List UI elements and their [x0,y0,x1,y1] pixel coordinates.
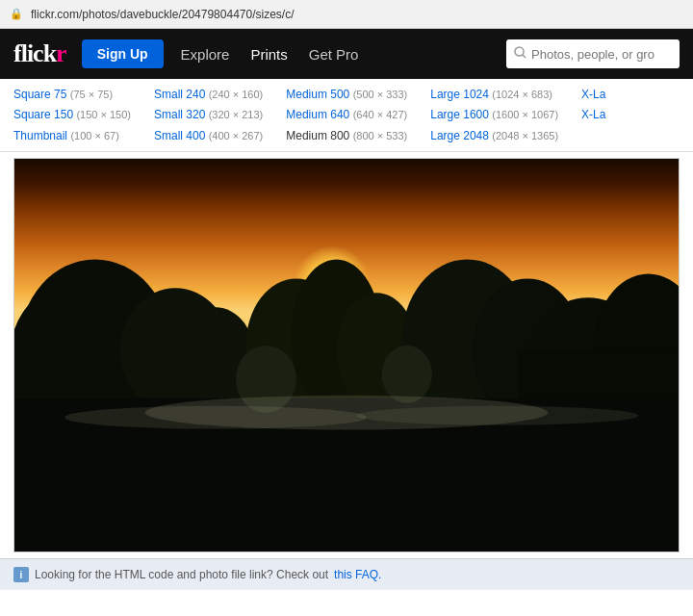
nav-prints[interactable]: Prints [250,46,287,63]
size-large1600[interactable]: Large 1600 (1600 × 1067) [430,105,558,124]
size-medium500[interactable]: Medium 500 (500 × 333) [286,85,407,104]
size-square75[interactable]: Square 75 (75 × 75) [13,85,131,104]
browser-bar: 🔒 flickr.com/photos/davebuckle/204798044… [0,0,693,29]
size-medium640[interactable]: Medium 640 (640 × 427) [286,105,407,124]
svg-point-17 [382,346,432,403]
info-icon: i [13,567,29,582]
photo-art [14,159,679,552]
size-large1024[interactable]: Large 1024 (1024 × 683) [430,85,558,104]
svg-point-19 [64,406,367,429]
flickr-logo: flickr [13,39,66,68]
sizes-col-1: Square 75 (75 × 75) Square 150 (150 × 15… [13,85,131,145]
size-small400[interactable]: Small 400 (400 × 267) [154,126,263,145]
search-input[interactable] [531,47,672,62]
size-small240[interactable]: Small 240 (240 × 160) [154,85,263,104]
navbar: flickr Sign Up Explore Prints Get Pro [0,29,693,79]
size-small320[interactable]: Small 320 (320 × 213) [154,105,263,124]
search-box[interactable] [506,39,680,68]
svg-point-20 [356,406,638,425]
size-large2048[interactable]: Large 2048 (2048 × 1365) [430,126,558,145]
search-icon [514,45,526,63]
sizes-col-3: Medium 500 (500 × 333) Medium 640 (640 ×… [286,85,407,145]
svg-point-0 [515,47,524,56]
photo-container [13,158,680,552]
lock-icon: 🔒 [10,8,23,20]
sizes-col-4: Large 1024 (1024 × 683) Large 1600 (1600… [430,85,558,145]
sizes-col-5: X-La X-La [581,85,605,145]
sizes-col-2: Small 240 (240 × 160) Small 320 (320 × 2… [154,85,263,145]
sizes-bar: Square 75 (75 × 75) Square 150 (150 × 15… [0,79,693,152]
info-text: Looking for the HTML code and photo file… [35,568,328,581]
url-bar[interactable]: flickr.com/photos/davebuckle/20479804470… [31,8,295,21]
size-medium800: Medium 800 (800 × 533) [286,126,407,145]
signup-button[interactable]: Sign Up [82,39,164,68]
size-xlarge1[interactable]: X-La [581,85,605,104]
svg-line-1 [523,55,526,58]
size-square150[interactable]: Square 150 (150 × 150) [13,105,131,124]
nav-explore[interactable]: Explore [181,46,230,63]
trees-svg [14,159,679,552]
size-xlarge2[interactable]: X-La [581,105,605,124]
info-bar: i Looking for the HTML code and photo fi… [0,558,693,590]
faq-link[interactable]: this FAQ. [334,568,381,581]
nav-get-pro[interactable]: Get Pro [309,46,359,63]
size-thumbnail[interactable]: Thumbnail (100 × 67) [13,126,131,145]
